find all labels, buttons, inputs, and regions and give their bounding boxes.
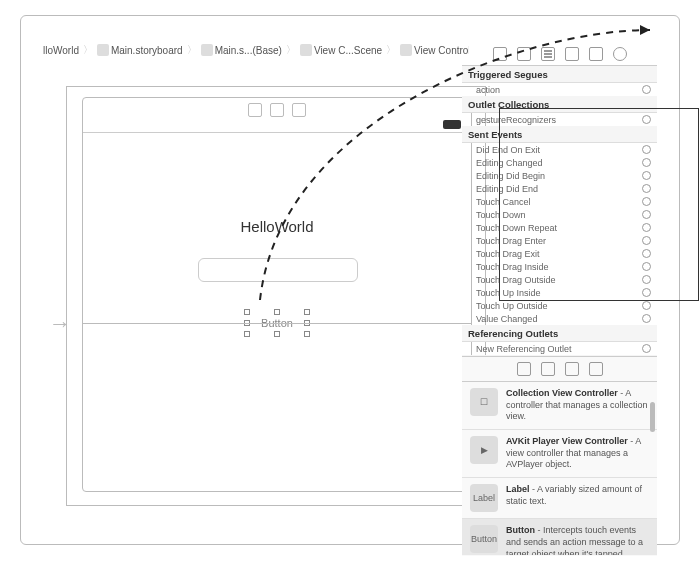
battery-icon [443, 120, 461, 129]
help-inspector-tab[interactable] [517, 47, 531, 61]
scene-icon [300, 44, 312, 56]
connection-outlet-dot[interactable] [642, 115, 651, 124]
connection-row[interactable]: Did End On Exit [462, 143, 657, 156]
inspector-section-header: Referencing Outlets [462, 325, 657, 342]
connection-label: Editing Did End [476, 184, 538, 194]
connection-outlet-dot[interactable] [642, 262, 651, 271]
connection-outlet-dot[interactable] [642, 301, 651, 310]
connection-outlet-dot[interactable] [642, 344, 651, 353]
breadcrumb-item[interactable]: Main.storyboard [111, 45, 183, 56]
library-text: Label - A variably sized amount of stati… [506, 484, 649, 507]
size-inspector-tab[interactable] [589, 47, 603, 61]
connection-outlet-dot[interactable] [642, 288, 651, 297]
initial-vc-arrow[interactable]: → [49, 311, 71, 337]
library-tabs[interactable] [462, 357, 657, 381]
object-library-tab[interactable] [565, 362, 579, 376]
connection-row[interactable]: Editing Did Begin [462, 169, 657, 182]
connection-outlet-dot[interactable] [642, 249, 651, 258]
library-thumb: ☐ [470, 388, 498, 416]
resize-handle[interactable] [244, 309, 250, 315]
breadcrumb-item[interactable]: lloWorld [43, 45, 79, 56]
connection-label: New Referencing Outlet [476, 344, 572, 354]
connection-row[interactable]: action [462, 83, 657, 96]
connection-outlet-dot[interactable] [642, 223, 651, 232]
inspector-section-header: Triggered Segues [462, 66, 657, 83]
text-field[interactable] [198, 258, 358, 282]
breadcrumb[interactable]: lloWorld〉 Main.storyboard〉 Main.s...(Bas… [43, 40, 469, 60]
connection-row[interactable]: Editing Changed [462, 156, 657, 169]
connection-row[interactable]: gestureRecognizers [462, 113, 657, 126]
connection-row[interactable]: Touch Down [462, 208, 657, 221]
viewcontroller-icon [400, 44, 412, 56]
connection-label: Value Changed [476, 314, 537, 324]
connection-label: Touch Drag Enter [476, 236, 546, 246]
inspector-section-header: Outlet Collections [462, 96, 657, 113]
resize-handle[interactable] [274, 309, 280, 315]
connection-label: Touch Up Inside [476, 288, 541, 298]
connection-outlet-dot[interactable] [642, 158, 651, 167]
connection-outlet-dot[interactable] [642, 197, 651, 206]
connection-label: Touch Drag Outside [476, 275, 556, 285]
resize-handle[interactable] [274, 331, 280, 337]
connection-row[interactable]: Touch Down Repeat [462, 221, 657, 234]
connection-row[interactable]: Touch Drag Enter [462, 234, 657, 247]
connection-outlet-dot[interactable] [642, 275, 651, 284]
resize-handle[interactable] [304, 309, 310, 315]
connection-outlet-dot[interactable] [642, 145, 651, 154]
library-item[interactable]: LabelLabel - A variably sized amount of … [462, 478, 657, 519]
file-template-tab[interactable] [517, 362, 531, 376]
inspector-tabs[interactable] [462, 42, 657, 66]
library-thumb: Button [470, 525, 498, 553]
connection-row[interactable]: Touch Up Inside [462, 286, 657, 299]
connection-outlet-dot[interactable] [642, 85, 651, 94]
connection-outlet-dot[interactable] [642, 210, 651, 219]
resize-handle[interactable] [244, 331, 250, 337]
storyboard-icon [201, 44, 213, 56]
object-library: ☐Collection View Controller - A controll… [462, 356, 657, 556]
library-item[interactable]: ☐Collection View Controller - A controll… [462, 382, 657, 430]
connection-row[interactable]: Touch Drag Outside [462, 273, 657, 286]
connection-row[interactable]: Touch Up Outside [462, 299, 657, 312]
breadcrumb-item[interactable]: View C...Scene [314, 45, 382, 56]
breadcrumb-item[interactable]: Main.s...(Base) [215, 45, 282, 56]
breadcrumb-item[interactable]: View Controller [414, 45, 469, 56]
connection-row[interactable]: New Referencing Outlet [462, 342, 657, 355]
library-text: Button - Intercepts touch events and sen… [506, 525, 649, 555]
library-thumb: ▶ [470, 436, 498, 464]
firstresponder-dock-icon[interactable] [270, 103, 284, 117]
file-inspector-tab[interactable] [493, 47, 507, 61]
connection-outlet-dot[interactable] [642, 171, 651, 180]
library-thumb: Label [470, 484, 498, 512]
interface-builder-canvas[interactable]: HelloWorld Button [66, 86, 486, 506]
connection-label: Touch Cancel [476, 197, 531, 207]
connection-outlet-dot[interactable] [642, 184, 651, 193]
connection-outlet-dot[interactable] [642, 236, 651, 245]
connections-inspector-tab[interactable] [613, 47, 627, 61]
exit-dock-icon[interactable] [292, 103, 306, 117]
connection-row[interactable]: Touch Drag Inside [462, 260, 657, 273]
connection-outlet-dot[interactable] [642, 314, 651, 323]
connection-label: Editing Did Begin [476, 171, 545, 181]
code-snippet-tab[interactable] [541, 362, 555, 376]
viewcontroller-dock-icon[interactable] [248, 103, 262, 117]
connection-row[interactable]: Touch Drag Exit [462, 247, 657, 260]
media-library-tab[interactable] [589, 362, 603, 376]
connection-row[interactable]: Editing Did End [462, 182, 657, 195]
library-item[interactable]: ButtonButton - Intercepts touch events a… [462, 519, 657, 555]
connection-row[interactable]: Value Changed [462, 312, 657, 325]
connection-label: Touch Drag Inside [476, 262, 549, 272]
xcode-window: lloWorld〉 Main.storyboard〉 Main.s...(Bas… [20, 15, 680, 545]
library-item[interactable]: ▶AVKit Player View Controller - A view c… [462, 430, 657, 478]
storyboard-icon [97, 44, 109, 56]
resize-handle[interactable] [304, 331, 310, 337]
connection-label: Touch Down [476, 210, 526, 220]
device-frame: HelloWorld Button [82, 97, 472, 492]
connection-label: Did End On Exit [476, 145, 540, 155]
scene-dock[interactable] [248, 103, 306, 117]
scrollbar-thumb[interactable] [650, 402, 655, 432]
hello-label[interactable]: HelloWorld [83, 218, 471, 235]
connection-label: Touch Up Outside [476, 301, 548, 311]
connection-row[interactable]: Touch Cancel [462, 195, 657, 208]
identity-inspector-tab[interactable] [541, 47, 555, 61]
attributes-inspector-tab[interactable] [565, 47, 579, 61]
